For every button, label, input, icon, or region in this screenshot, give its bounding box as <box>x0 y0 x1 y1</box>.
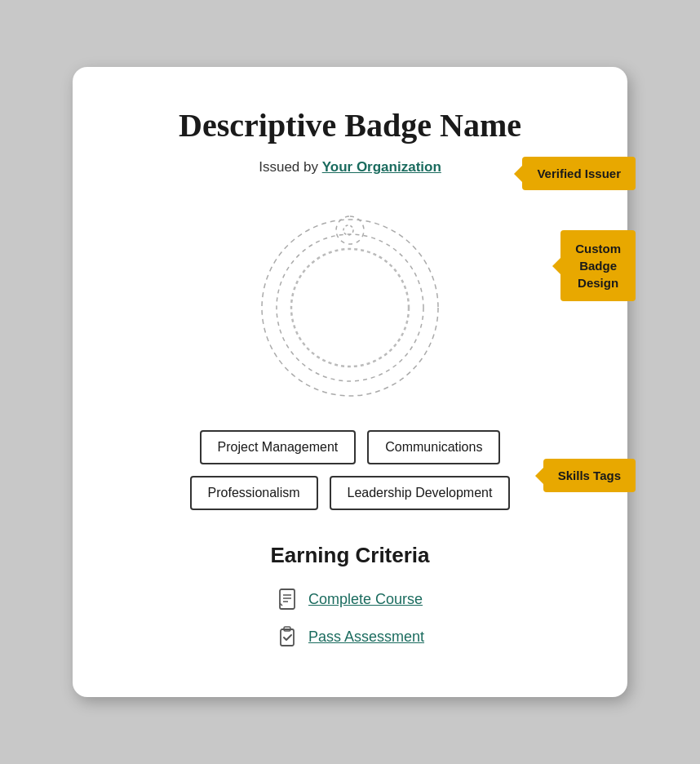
earning-criteria-heading: Earning Criteria <box>122 543 578 568</box>
badge-svg <box>252 202 448 398</box>
clipboard-check-icon <box>276 625 299 648</box>
skill-tag-project-management: Project Management <box>200 430 357 464</box>
skills-section: Project Management Communications Profes… <box>122 430 578 510</box>
criteria-item-course: Complete Course <box>276 588 423 611</box>
skills-tags-callout: Skills Tags <box>543 459 636 492</box>
badge-title: Descriptive Badge Name <box>122 106 578 144</box>
org-link[interactable]: Your Organization <box>322 159 441 175</box>
badge-card: Verified Issuer CustomBadgeDesign Skills… <box>73 67 627 697</box>
document-icon <box>276 588 299 611</box>
svg-point-0 <box>262 220 438 396</box>
skills-row-2: Professionalism Leadership Development <box>190 476 511 510</box>
svg-point-2 <box>291 249 409 366</box>
skills-row-1: Project Management Communications <box>200 430 501 464</box>
earning-criteria-section: Earning Criteria Complete Course <box>122 543 578 648</box>
verified-issuer-callout: Verified Issuer <box>522 157 636 190</box>
badge-image-area <box>122 202 578 398</box>
skill-tag-professionalism: Professionalism <box>190 476 318 510</box>
badge-circle <box>252 202 448 398</box>
svg-point-4 <box>343 225 353 235</box>
skill-tag-leadership-development: Leadership Development <box>330 476 511 510</box>
criteria-list: Complete Course Pass Assessment <box>276 588 424 648</box>
svg-point-1 <box>277 234 423 381</box>
skill-tag-communications: Communications <box>367 430 500 464</box>
svg-rect-3 <box>336 216 364 244</box>
svg-rect-5 <box>280 589 295 609</box>
criteria-item-assessment: Pass Assessment <box>276 625 424 648</box>
pass-assessment-link[interactable]: Pass Assessment <box>308 629 424 646</box>
complete-course-link[interactable]: Complete Course <box>308 591 423 608</box>
svg-rect-10 <box>281 629 294 646</box>
issued-by-prefix: Issued by <box>259 159 318 175</box>
